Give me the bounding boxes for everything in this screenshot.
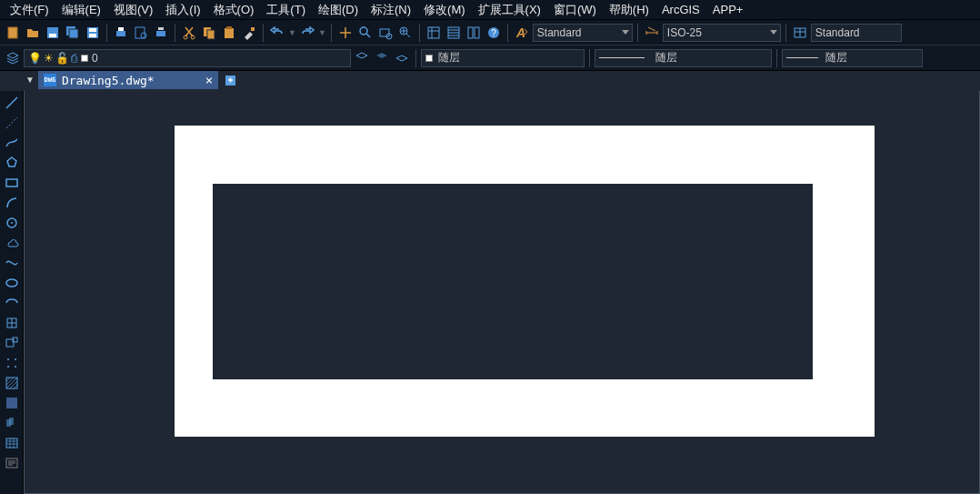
menu-tools[interactable]: 工具(T): [260, 0, 312, 20]
svg-point-20: [360, 27, 367, 35]
menu-window[interactable]: 窗口(W): [547, 0, 603, 20]
menu-bar: 文件(F) 编辑(E) 视图(V) 插入(I) 格式(O) 工具(T) 绘图(D…: [0, 0, 980, 20]
open-button[interactable]: [24, 24, 42, 42]
new-button[interactable]: [4, 24, 22, 42]
gradient-tool[interactable]: [3, 395, 21, 411]
hatch-tool[interactable]: [3, 375, 21, 391]
insert-block-tool[interactable]: [3, 315, 21, 331]
menu-view[interactable]: 视图(V): [107, 0, 159, 20]
region-tool[interactable]: [3, 415, 21, 431]
table-style-value: Standard: [815, 26, 860, 39]
layer-properties-button[interactable]: [4, 49, 22, 67]
dim-style-icon[interactable]: [643, 24, 661, 42]
menu-file[interactable]: 文件(F): [4, 0, 55, 20]
paste-button[interactable]: [220, 24, 238, 42]
menu-appplus[interactable]: APP+: [706, 1, 750, 18]
undo-button[interactable]: [268, 24, 286, 42]
color-combo[interactable]: 随层: [421, 49, 585, 67]
menu-arcgis[interactable]: ArcGIS: [655, 1, 706, 18]
document-tabs: ▼ DWG Drawing5.dwg* ×: [0, 71, 980, 91]
zoom-window-button[interactable]: [376, 24, 395, 42]
ellipse-arc-tool[interactable]: [3, 295, 21, 311]
tool-palettes-button[interactable]: [465, 24, 483, 42]
make-block-tool[interactable]: [3, 335, 21, 351]
menu-help[interactable]: 帮助(H): [603, 0, 655, 20]
svg-rect-8: [116, 31, 125, 36]
redo-dropdown-icon[interactable]: ▼: [318, 28, 326, 37]
new-tab-button[interactable]: [222, 71, 240, 89]
point-tool[interactable]: [3, 355, 21, 371]
mtext-tool[interactable]: [3, 455, 21, 471]
pan-button[interactable]: [336, 24, 355, 42]
layer-isolate-button[interactable]: [393, 49, 411, 67]
menu-draw[interactable]: 绘图(D): [312, 0, 365, 20]
menu-insert[interactable]: 插入(I): [159, 0, 206, 20]
rectangle-tool[interactable]: [3, 175, 21, 191]
svg-rect-2: [49, 34, 56, 37]
print-button[interactable]: [112, 24, 130, 42]
layout-viewport[interactable]: [213, 184, 813, 379]
revision-cloud-tool[interactable]: [3, 235, 21, 251]
document-tab[interactable]: DWG Drawing5.dwg* ×: [38, 71, 218, 89]
svg-point-40: [7, 358, 9, 360]
saveas-button[interactable]: [84, 24, 102, 42]
menu-modify[interactable]: 修改(M): [417, 0, 472, 20]
separator: [637, 24, 638, 42]
table-style-combo[interactable]: Standard: [811, 24, 902, 42]
save-button[interactable]: [44, 24, 62, 42]
tab-close-button[interactable]: ×: [205, 73, 213, 87]
spline-tool[interactable]: [3, 255, 21, 271]
dim-style-combo[interactable]: ISO-25: [663, 24, 781, 42]
separator: [106, 24, 107, 42]
construction-line-tool[interactable]: [3, 115, 21, 131]
properties-button[interactable]: [425, 24, 443, 42]
linetype-value: 随层: [655, 50, 677, 66]
line-tool[interactable]: [3, 95, 21, 111]
ellipse-tool[interactable]: [3, 275, 21, 291]
lineweight-combo[interactable]: 随层: [782, 49, 923, 67]
drawing-canvas[interactable]: [24, 91, 980, 494]
cut-button[interactable]: [180, 24, 198, 42]
dropdown-arrow-icon: [770, 30, 777, 35]
menu-annotate[interactable]: 标注(N): [365, 0, 417, 20]
linetype-sample: [599, 57, 645, 58]
separator: [419, 24, 420, 42]
menu-extend[interactable]: 扩展工具(X): [472, 0, 547, 20]
print-preview-button[interactable]: [132, 24, 150, 42]
copy-button[interactable]: [200, 24, 218, 42]
design-center-button[interactable]: [445, 24, 463, 42]
menu-edit[interactable]: 编辑(E): [55, 0, 107, 20]
svg-rect-9: [118, 27, 124, 31]
lineweight-sample: [786, 57, 818, 58]
svg-rect-6: [89, 28, 96, 32]
table-tool[interactable]: [3, 435, 21, 451]
circle-tool[interactable]: [3, 215, 21, 231]
svg-rect-26: [468, 27, 473, 38]
menu-format[interactable]: 格式(O): [207, 0, 261, 20]
table-style-icon[interactable]: [791, 24, 809, 42]
help-button[interactable]: ?: [485, 24, 503, 42]
polyline-tool[interactable]: [3, 135, 21, 151]
publish-button[interactable]: [152, 24, 170, 42]
svg-point-35: [11, 222, 13, 224]
separator: [589, 49, 590, 67]
text-style-combo[interactable]: Standard: [533, 24, 633, 42]
layer-previous-button[interactable]: [353, 49, 371, 67]
lock-icon: 🔓: [55, 52, 69, 65]
tab-list-dropdown-icon[interactable]: ▼: [25, 75, 35, 85]
layer-states-button[interactable]: [373, 49, 391, 67]
polygon-tool[interactable]: [3, 155, 21, 171]
match-properties-button[interactable]: [240, 24, 258, 42]
zoom-previous-button[interactable]: [396, 24, 415, 42]
svg-rect-12: [156, 31, 165, 36]
zoom-realtime-button[interactable]: [356, 24, 375, 42]
undo-dropdown-icon[interactable]: ▼: [288, 28, 296, 37]
arc-tool[interactable]: [3, 195, 21, 211]
saveall-button[interactable]: [64, 24, 82, 42]
lineweight-value: 随层: [825, 50, 847, 66]
text-style-icon[interactable]: A: [513, 24, 531, 42]
redo-button[interactable]: [298, 24, 316, 42]
linetype-combo[interactable]: 随层: [595, 49, 772, 67]
separator: [415, 49, 416, 67]
layer-combo[interactable]: 💡 ☀ 🔓 ⎙ 0: [24, 49, 351, 67]
